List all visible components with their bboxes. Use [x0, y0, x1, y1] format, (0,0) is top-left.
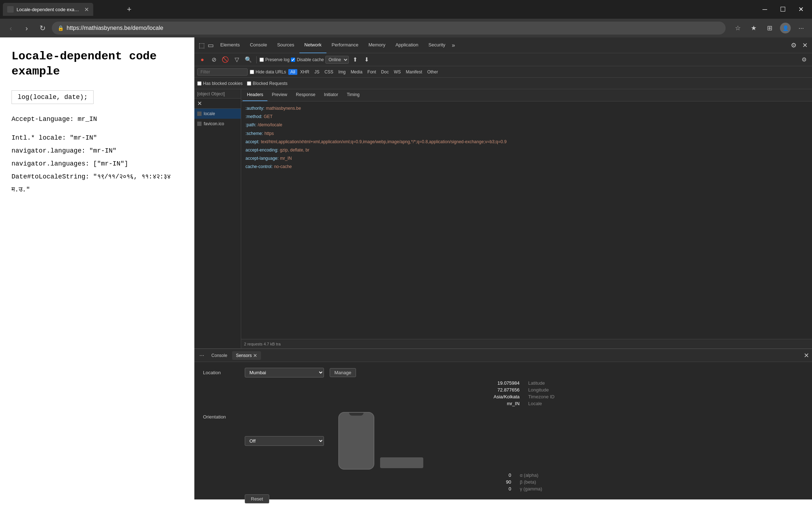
search-btn[interactable]: 🔍: [243, 55, 253, 65]
new-tab-btn[interactable]: +: [93, 3, 165, 16]
alpha-label: α (alpha): [520, 472, 803, 478]
output-line-1: Accept-Language: mr_IN: [12, 113, 183, 126]
request-tab-initiator[interactable]: Initiator: [320, 89, 342, 101]
longitude-value: 72.877656: [245, 387, 520, 393]
tab-security[interactable]: Security: [423, 37, 450, 53]
console-tab-label: Console: [211, 353, 227, 358]
stop-btn[interactable]: ⊘: [209, 55, 219, 65]
page-output: Accept-Language: mr_IN Intl.* locale: "m…: [12, 113, 183, 196]
clear-btn[interactable]: 🚫: [220, 55, 230, 65]
orientation-row: Orientation Off: [203, 412, 803, 503]
browser-profile-btn[interactable]: 👤: [779, 22, 792, 35]
header-val-method: GET: [264, 113, 273, 120]
star-btn[interactable]: ☆: [731, 22, 744, 35]
filter-type-ws[interactable]: WS: [392, 69, 403, 75]
filter-type-other[interactable]: Other: [425, 69, 440, 75]
tab-console[interactable]: Console: [245, 37, 272, 53]
record-btn[interactable]: ●: [197, 55, 207, 65]
output-line-6: Date#toLocaleString: "१९/११/२०१६, ११:४२:…: [12, 170, 183, 196]
header-row-cache: cache-control: no-cache: [245, 163, 808, 171]
beta-label: β (beta): [520, 479, 803, 485]
orientation-select[interactable]: Off: [245, 436, 324, 446]
page-title: Locale-dependent code example: [12, 49, 183, 79]
manage-btn[interactable]: Manage: [330, 368, 356, 377]
blocked-requests-input[interactable]: [247, 81, 251, 86]
minimize-btn[interactable]: ─: [757, 4, 773, 15]
location-select[interactable]: Mumbai: [245, 368, 324, 377]
tab-elements[interactable]: Elements: [215, 37, 245, 53]
hide-data-urls-checkbox[interactable]: Hide data URLs: [250, 69, 286, 74]
collections-btn[interactable]: ★: [747, 22, 760, 35]
filter-type-doc[interactable]: Doc: [379, 69, 391, 75]
has-blocked-cookies-checkbox[interactable]: Has blocked cookies: [197, 81, 243, 86]
filter-type-xhr[interactable]: XHR: [298, 69, 311, 75]
extensions-btn[interactable]: ⊞: [763, 22, 776, 35]
header-val-authority: mathiasbynens.be: [266, 105, 301, 112]
bottom-tab-console[interactable]: Console: [208, 352, 231, 359]
reset-btn[interactable]: Reset: [245, 494, 269, 503]
refresh-btn[interactable]: ↻: [36, 22, 49, 35]
preserve-log-input[interactable]: [260, 58, 264, 62]
filter-type-js[interactable]: JS: [312, 69, 321, 75]
maximize-btn[interactable]: ☐: [775, 4, 791, 15]
tab-performance[interactable]: Performance: [326, 37, 363, 53]
tab-close-btn[interactable]: ✕: [84, 6, 89, 13]
disable-cache-checkbox[interactable]: Disable cache: [291, 57, 324, 62]
request-item-favicon[interactable]: favicon.ico: [194, 119, 241, 129]
filter-type-all[interactable]: All: [288, 69, 297, 75]
filter-type-img[interactable]: Img: [336, 69, 348, 75]
more-tabs-btn[interactable]: »: [450, 41, 456, 50]
request-detail-tabs: Headers Preview Response Initiator Timin…: [241, 89, 812, 101]
preserve-log-checkbox[interactable]: Preserve log: [260, 57, 289, 62]
phone-notch: [349, 413, 364, 416]
request-list: [object Object] ✕ locale favicon.ico: [194, 89, 241, 348]
request-tab-preview[interactable]: Preview: [267, 89, 292, 101]
filter-input[interactable]: [197, 68, 248, 76]
menu-btn[interactable]: ···: [795, 22, 808, 35]
sensors-tab-close[interactable]: ✕: [253, 353, 257, 358]
close-btn[interactable]: ✕: [793, 4, 809, 15]
bottom-panel: ··· Console Sensors ✕ ✕ Location: [194, 348, 812, 499]
filter-type-manifest[interactable]: Manifest: [404, 69, 424, 75]
forward-btn[interactable]: ›: [20, 22, 33, 35]
tab-memory[interactable]: Memory: [364, 37, 391, 53]
url-bar[interactable]: 🔒 https://mathiasbynens.be/demo/locale: [52, 22, 726, 35]
filter-type-font[interactable]: Font: [365, 69, 378, 75]
orientation-slider: [380, 457, 423, 468]
filter-type-media[interactable]: Media: [348, 69, 365, 75]
bottom-tab-sensors[interactable]: Sensors ✕: [232, 351, 261, 360]
request-tab-headers[interactable]: Headers: [243, 89, 267, 101]
device-toolbar-btn[interactable]: ▭: [206, 40, 215, 51]
location-data-grid: 19.075984 Latitude 72.877656 Longitude A…: [245, 380, 803, 406]
filter-toggle-btn[interactable]: ▽: [232, 55, 242, 65]
request-list-header: [object Object]: [194, 89, 241, 99]
blocked-requests-checkbox[interactable]: Blocked Requests: [247, 81, 288, 86]
page-content: Locale-dependent code example log(locale…: [0, 37, 194, 499]
disable-cache-input[interactable]: [291, 58, 295, 62]
bottom-panel-tabs: ··· Console Sensors ✕ ✕: [194, 349, 812, 362]
inspect-element-btn[interactable]: ⬚: [197, 40, 206, 51]
tab-application[interactable]: Application: [391, 37, 424, 53]
import-btn[interactable]: ⬆: [350, 55, 360, 65]
longitude-label: Longitude: [528, 387, 803, 393]
network-settings-btn[interactable]: ⚙: [799, 55, 809, 65]
filter-type-css[interactable]: CSS: [322, 69, 335, 75]
request-tab-response[interactable]: Response: [292, 89, 320, 101]
devtools-settings-btn[interactable]: ⚙: [789, 40, 798, 51]
request-tab-timing[interactable]: Timing: [342, 89, 364, 101]
bottom-close-btn[interactable]: ✕: [804, 352, 809, 359]
beta-value: 90: [245, 479, 511, 485]
request-item-locale[interactable]: locale: [194, 109, 241, 119]
tab-sources[interactable]: Sources: [272, 37, 299, 53]
active-tab[interactable]: Locale-dependent code example ✕: [3, 3, 93, 16]
devtools-close-btn[interactable]: ✕: [801, 40, 809, 51]
tab-network[interactable]: Network: [299, 37, 327, 53]
panel-close-btn[interactable]: ✕: [196, 100, 203, 107]
devtools-header-right: ⚙ ✕: [789, 40, 809, 51]
back-btn[interactable]: ‹: [4, 22, 17, 35]
has-blocked-cookies-input[interactable]: [197, 81, 202, 86]
export-btn[interactable]: ⬇: [362, 55, 372, 65]
bottom-more-btn[interactable]: ···: [197, 351, 206, 360]
hide-data-urls-input[interactable]: [250, 70, 254, 74]
throttle-select[interactable]: Online: [325, 56, 349, 64]
